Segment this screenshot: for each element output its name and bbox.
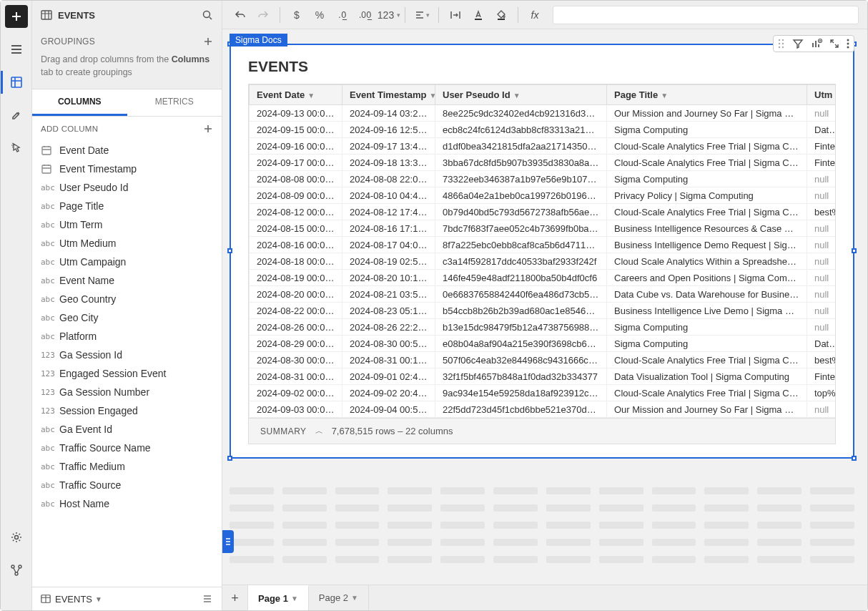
percent-button[interactable]: % [310, 6, 329, 24]
table-cell[interactable]: Cloud-Scale Analytics Free Trial | Sigma… [607, 352, 807, 368]
table-cell[interactable]: 2024-08-30 00:00:00 [250, 352, 342, 368]
column-item[interactable]: abcGeo City [32, 308, 222, 327]
table-cell[interactable]: null [807, 253, 837, 270]
tab-columns[interactable]: COLUMNS [32, 89, 127, 116]
table-cell[interactable]: null [807, 187, 837, 204]
column-item[interactable]: abcGeo Country [32, 290, 222, 308]
table-cell[interactable]: 2024-09-04 00:54:00 [342, 401, 435, 418]
table-cell[interactable]: Business Intelligence Resources & Case S… [607, 220, 807, 237]
table-cell[interactable]: 2024-08-16 00:00:00 [250, 237, 342, 253]
table-row[interactable]: 2024-08-22 00:00:002024-08-23 05:11:51b5… [250, 303, 837, 319]
card-title[interactable]: EVENTS [231, 58, 853, 84]
table-cell[interactable]: 2024-09-03 00:00:00 [250, 401, 342, 418]
column-item[interactable]: 123Engaged Session Event [32, 364, 222, 383]
table-cell[interactable]: Data Visualization Tool | Sigma Computin… [607, 368, 807, 385]
table-cell[interactable]: 9ac934e154e59258da18af923912ca50 [435, 385, 607, 401]
table-cell[interactable]: 73322eeb346387a1b97e56e9b107c29d [435, 171, 607, 187]
column-item[interactable]: abcTraffic Source Name [32, 439, 222, 457]
table-cell[interactable]: 3bba67dc8fd5b907b3935d3830a8a320 [435, 155, 607, 171]
table-cell[interactable]: 8f7a225ebc0ebb8caf8ca5b6d4711b06 [435, 237, 607, 253]
table-row[interactable]: 2024-09-15 00:00:002024-09-16 12:51:03ec… [250, 122, 837, 138]
table-cell[interactable]: c3a14f592817ddc40533baf2933f242f [435, 253, 607, 270]
table-cell[interactable]: 2024-09-01 02:44:28 [342, 368, 435, 385]
table-cell[interactable]: Sigma Computing [607, 122, 807, 138]
table-cell[interactable]: null [807, 220, 837, 237]
column-item[interactable]: abcGa Event Id [32, 420, 222, 439]
filter-icon[interactable] [792, 38, 804, 49]
table-cell[interactable]: 2024-09-16 12:51:03 [342, 122, 435, 138]
table-cell[interactable]: Fintec [807, 155, 837, 171]
cursor-nav-icon[interactable] [5, 137, 28, 160]
table-cell[interactable]: best% [807, 352, 837, 368]
column-item[interactable]: abcUtm Medium [32, 234, 222, 253]
table-cell[interactable]: null [807, 303, 837, 319]
table-cell[interactable]: Business Intelligence Live Demo | Sigma … [607, 303, 807, 319]
table-cell[interactable]: 2024-08-26 22:20:35 [342, 319, 435, 336]
table-cell[interactable]: 2024-09-17 00:00:00 [250, 155, 342, 171]
settings-icon[interactable] [5, 526, 28, 549]
page-tab-2[interactable]: Page 2 ▼ [309, 585, 369, 610]
table-row[interactable]: 2024-09-16 00:00:002024-09-17 13:49:58d1… [250, 138, 837, 155]
tab-metrics[interactable]: METRICS [127, 89, 222, 116]
table-cell[interactable]: Data% [807, 122, 837, 138]
chevron-up-icon[interactable]: ︿ [315, 426, 323, 436]
table-cell[interactable]: Cloud-Scale Analytics Free Trial | Sigma… [607, 155, 807, 171]
table-cell[interactable]: Cloud-Scale Analytics Free Trial | Sigma… [607, 385, 807, 401]
add-element-button[interactable] [5, 5, 28, 28]
table-row[interactable]: 2024-08-15 00:00:002024-08-16 17:14:127b… [250, 220, 837, 237]
table-cell[interactable]: null [807, 105, 837, 122]
table-cell[interactable]: 146fe459e48adf211800ba50b4df0cf6 [435, 270, 607, 286]
table-cell[interactable]: 507f06c4eab32e844968c9431666c209 [435, 352, 607, 368]
table-row[interactable]: 2024-09-13 00:00:002024-09-14 03:25:428e… [250, 105, 837, 122]
fill-color-button[interactable] [492, 6, 511, 24]
table-cell[interactable]: Careers and Open Positions | Sigma Comp.… [607, 270, 807, 286]
table-cell[interactable]: 2024-08-20 10:10:37 [342, 270, 435, 286]
table-row[interactable]: 2024-08-31 00:00:002024-09-01 02:44:2832… [250, 368, 837, 385]
table-cell[interactable]: 2024-08-23 05:11:51 [342, 303, 435, 319]
table-cell[interactable]: b13e15dc98479f5b12a47387569882ef [435, 319, 607, 336]
table-cell[interactable]: Sigma Computing [607, 319, 807, 336]
currency-button[interactable]: $ [287, 6, 306, 24]
column-header[interactable]: User Pseudo Id▼ [435, 85, 607, 105]
table-cell[interactable]: b54ccb8b26b2b39ad680ac1e85462c8c [435, 303, 607, 319]
table-cell[interactable]: 22f5dd723d45f1cbd6bbe521e370d31e [435, 401, 607, 418]
column-item[interactable]: abcHost Name [32, 494, 222, 513]
table-cell[interactable]: 2024-08-09 00:00:00 [250, 187, 342, 204]
column-item[interactable]: 123Ga Session Number [32, 383, 222, 401]
table-cell[interactable]: 2024-08-10 04:41:38 [342, 187, 435, 204]
table-cell[interactable]: 2024-08-31 00:00:00 [250, 368, 342, 385]
table-cell[interactable]: 0e66837658842440f6ea486d73cb56b6 [435, 286, 607, 303]
table-cell[interactable]: 2024-09-14 03:25:42 [342, 105, 435, 122]
table-row[interactable]: 2024-08-08 00:00:002024-08-08 22:07:2373… [250, 171, 837, 187]
paint-nav-icon[interactable] [5, 104, 28, 127]
increase-decimal-button[interactable]: .00̲ [356, 6, 375, 24]
chevron-down-icon[interactable]: ▼ [291, 595, 298, 602]
add-grouping-button[interactable] [203, 36, 213, 47]
table-cell[interactable]: 2024-09-16 00:00:00 [250, 138, 342, 155]
table-cell[interactable]: 2024-08-12 17:45:23 [342, 204, 435, 220]
summary-bar[interactable]: SUMMARY ︿ 7,678,515 rows – 22 columns [248, 419, 836, 444]
table-cell[interactable]: 2024-08-26 00:00:00 [250, 319, 342, 336]
table-cell[interactable]: 2024-08-29 00:00:00 [250, 336, 342, 352]
expand-icon[interactable] [829, 39, 839, 49]
table-cell[interactable]: 2024-08-19 00:00:00 [250, 270, 342, 286]
column-item[interactable]: abcTraffic Source [32, 476, 222, 494]
table-cell[interactable]: Sigma Computing [607, 171, 807, 187]
align-dropdown[interactable]: ▾ [413, 6, 431, 24]
redo-button[interactable] [254, 6, 272, 24]
decrease-decimal-button[interactable]: .0̲ [333, 6, 352, 24]
add-column-button[interactable] [203, 124, 213, 134]
table-cell[interactable]: 2024-08-16 17:14:12 [342, 220, 435, 237]
table-cell[interactable]: 2024-08-22 00:00:00 [250, 303, 342, 319]
table-cell[interactable]: Cloud Scale Analytics Within a Spreadshe… [607, 253, 807, 270]
column-item[interactable]: abcUser Pseudo Id [32, 178, 222, 197]
drawer-handle[interactable] [222, 530, 234, 553]
table-cell[interactable]: 2024-08-08 22:07:23 [342, 171, 435, 187]
table-row[interactable]: 2024-08-19 00:00:002024-08-20 10:10:3714… [250, 270, 837, 286]
column-item[interactable]: abcPlatform [32, 327, 222, 346]
table-cell[interactable]: null [807, 286, 837, 303]
table-row[interactable]: 2024-08-29 00:00:002024-08-30 00:53:18e0… [250, 336, 837, 352]
search-icon[interactable] [202, 9, 213, 21]
table-cell[interactable]: null [807, 401, 837, 418]
table-cell[interactable]: 7bdc7f683f7aee052c4b73699fb0ba3e [435, 220, 607, 237]
